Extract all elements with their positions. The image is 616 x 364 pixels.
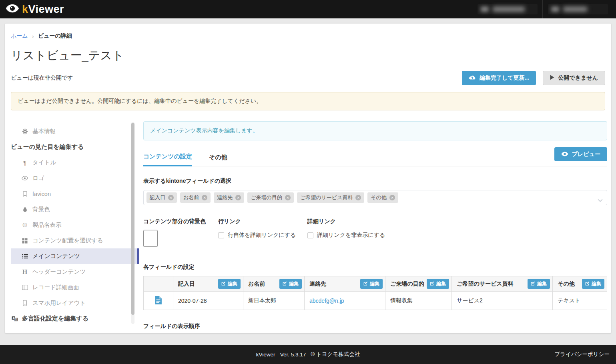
sidebar-scrollbar-thumb[interactable] (131, 123, 134, 315)
field-tag-label: お名前 (183, 194, 199, 201)
sidebar-item-2[interactable]: ¶タイトル (11, 155, 139, 170)
preview-button[interactable]: プレビュー (554, 147, 607, 161)
sidebar-label: favicon (32, 191, 51, 197)
edit-field-button[interactable]: 編集 (528, 279, 550, 289)
tag-remove-icon[interactable]: × (355, 195, 361, 200)
sidebar-section-1: ビューの見た目を編集する (11, 139, 139, 155)
bg-color-swatch[interactable] (143, 230, 158, 247)
pencil-icon (585, 281, 590, 287)
edit-field-button[interactable]: 編集 (360, 279, 383, 289)
cloud-upload-icon (469, 75, 476, 81)
sidebar-section-12: A文多言語化設定を編集する (11, 311, 139, 326)
edit-field-button[interactable]: 編集 (582, 279, 604, 289)
field-tag[interactable]: ご来場の目的× (247, 192, 294, 203)
field-order-label: フィールドの表示順序 (143, 323, 607, 330)
column-header-5: その他編集 (553, 276, 607, 292)
cannot-publish-button[interactable]: 公開できません (543, 71, 605, 85)
columns-icon (21, 285, 28, 290)
sidebar-item-11[interactable]: スマホ用レイアウト (11, 295, 139, 311)
field-tag[interactable]: 記入日× (146, 192, 177, 203)
column-label: 記入日 (178, 280, 195, 288)
tag-remove-icon[interactable]: × (168, 195, 174, 200)
field-tag-label: 記入日 (150, 194, 165, 201)
tag-remove-icon[interactable]: × (389, 195, 395, 200)
field-tag[interactable]: ご希望のサービス資料× (297, 192, 365, 203)
edit-field-button[interactable]: 編集 (279, 279, 302, 289)
sidebar-label: 多言語化設定を編集する (22, 315, 88, 322)
sidebar-label: 製品名表示 (32, 221, 62, 229)
record-cell-5: テキスト (553, 292, 607, 310)
nav-menu-item-redacted-1[interactable] (472, 0, 542, 18)
column-label: ご希望のサービス資料 (457, 280, 514, 288)
detail-link-checkbox-row[interactable]: 詳細リンクを非表示にする (307, 232, 427, 239)
chevron-down-icon[interactable] (598, 196, 603, 204)
finish-edit-update-button[interactable]: 編集完了して更新... (462, 71, 536, 85)
sidebar-item-7[interactable]: コンテンツ配置を選択する (11, 233, 139, 248)
sidebar-label: コンテンツ配置を選択する (32, 237, 103, 244)
bookmark-icon (21, 191, 28, 197)
content-bg-color-label: コンテンツ部分の背景色 (143, 218, 218, 225)
field-tag-label: 連絡先 (217, 194, 233, 201)
tag-remove-icon[interactable]: × (285, 195, 291, 200)
document-icon (155, 300, 162, 306)
svg-text:文: 文 (14, 318, 18, 321)
column-header-4: ご希望のサービス資料編集 (452, 276, 553, 292)
tab-bar: コンテンツの設定 その他 プレビュー (143, 150, 607, 166)
page-card: ホーム › ビューの詳細 リストビュー_テスト ビューは現在非公開です 編集完了… (5, 23, 611, 333)
copyright-icon: © (21, 222, 28, 228)
field-tag[interactable]: 連絡先× (214, 192, 244, 203)
sidebar-item-10[interactable]: レコード詳細画面 (11, 280, 139, 295)
sidebar-label: スマホ用レイアウト (32, 299, 86, 307)
sidebar-label: 背景色 (32, 206, 50, 213)
field-tag[interactable]: お名前× (180, 192, 211, 203)
sidebar-item-5[interactable]: 背景色 (11, 202, 139, 217)
row-link-checkbox[interactable] (218, 232, 224, 238)
sidebar-label: ヘッダーコンテンツ (32, 268, 86, 276)
sidebar-item-8[interactable]: メインコンテンツ (11, 248, 139, 264)
brand-text: kViewer (22, 3, 64, 16)
nav-menu-item-redacted-2[interactable] (542, 0, 613, 18)
grid-icon (21, 238, 28, 244)
detail-link-label: 詳細リンク (307, 218, 427, 225)
pencil-icon (531, 281, 535, 287)
sidebar-label: ビューの見た目を編集する (11, 143, 84, 151)
footer-brand: kViewer (256, 352, 275, 358)
table-row: 2020-07-28新日本太郎abcdefg@n.jp情報収集サービス2テキスト (144, 292, 607, 310)
column-label: お名前 (248, 280, 265, 288)
record-value: サービス2 (457, 297, 483, 304)
edit-field-button[interactable]: 編集 (218, 279, 241, 289)
record-link[interactable]: abcdefg@n.jp (309, 298, 344, 304)
tab-other[interactable]: その他 (209, 154, 227, 166)
detail-link-checkbox[interactable] (307, 232, 313, 238)
field-settings-table: 記入日編集お名前編集連絡先編集ご来場の目的編集ご希望のサービス資料編集その他編集… (143, 276, 607, 310)
sidebar-item-4[interactable]: favicon (11, 186, 139, 202)
row-link-checkbox-row[interactable]: 行自体を詳細リンクにする (218, 232, 307, 239)
list-icon (21, 254, 28, 259)
view-status-text: ビューは現在非公開です (11, 74, 73, 82)
privacy-policy-link[interactable]: プライバシーポリシー (554, 351, 610, 358)
row-link-label: 行リンク (218, 218, 307, 225)
settings-sidebar: 基本情報ビューの見た目を編集する¶タイトルロゴfavicon背景色©製品名表示コ… (11, 121, 139, 333)
breadcrumb-home-link[interactable]: ホーム (11, 32, 28, 40)
publish-warning-banner: ビューはまだ公開できません。公開可能にするには、編集中のビューを編集完了してくだ… (11, 92, 605, 110)
breadcrumb: ホーム › ビューの詳細 (11, 24, 605, 40)
heading-icon: H (21, 269, 28, 275)
field-tag[interactable]: その他× (367, 192, 398, 203)
sidebar-item-0[interactable]: 基本情報 (11, 124, 139, 139)
eye-icon (561, 151, 568, 158)
pilcrow-icon: ¶ (21, 160, 28, 166)
field-tag-label: ご希望のサービス資料 (300, 194, 353, 201)
kintone-field-multiselect[interactable]: 記入日×お名前×連絡先×ご来場の目的×ご希望のサービス資料×その他× (143, 190, 607, 205)
sidebar-item-9[interactable]: Hヘッダーコンテンツ (11, 264, 139, 280)
footer-version: Ver. 5.3.17 (280, 352, 306, 358)
kviewer-logo[interactable]: kViewer (6, 3, 64, 16)
translate-icon: A文 (11, 316, 19, 322)
main-content-pane: メインコンテンツ表示内容を編集します。 コンテンツの設定 その他 プレビュー 表… (143, 121, 611, 333)
record-cell-icon (144, 292, 173, 310)
sidebar-item-3[interactable]: ロゴ (11, 170, 139, 186)
tag-remove-icon[interactable]: × (235, 195, 241, 200)
tag-remove-icon[interactable]: × (202, 195, 207, 200)
edit-field-button[interactable]: 編集 (427, 279, 449, 289)
tab-content-settings[interactable]: コンテンツの設定 (143, 153, 192, 166)
sidebar-item-6[interactable]: ©製品名表示 (11, 217, 139, 233)
